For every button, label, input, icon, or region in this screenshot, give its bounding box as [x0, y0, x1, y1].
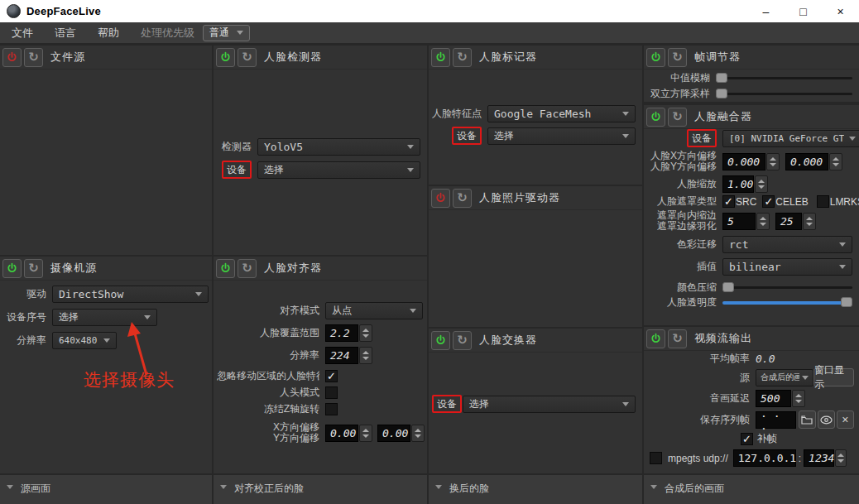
- device-index-select[interactable]: 选择: [52, 309, 157, 326]
- menu-help[interactable]: 帮助: [98, 26, 119, 41]
- face-y-offset-spinner[interactable]: 0.000: [785, 153, 842, 170]
- refresh-button[interactable]: [24, 259, 43, 278]
- power-button[interactable]: [2, 48, 22, 67]
- refresh-icon: [457, 333, 468, 348]
- folder-button[interactable]: [799, 410, 816, 429]
- device-value: [0] NVIDIA GeForce GT: [729, 133, 844, 144]
- save-sequence-path[interactable]: . . .: [756, 411, 796, 429]
- refresh-button[interactable]: [668, 329, 687, 348]
- process-priority-select[interactable]: 普通: [203, 25, 250, 41]
- resolution-select[interactable]: 640x480: [52, 332, 117, 349]
- spinner-arrows-icon[interactable]: [359, 347, 372, 364]
- spinner-arrows-icon[interactable]: [756, 213, 770, 230]
- spinner-arrows-icon[interactable]: [792, 390, 805, 407]
- align-mode-select[interactable]: 从点: [325, 302, 423, 319]
- interpolation-select[interactable]: bilinear: [722, 258, 852, 276]
- slider-handle[interactable]: [841, 297, 852, 307]
- power-button[interactable]: [431, 189, 450, 208]
- source-select[interactable]: 合成后的画面: [756, 369, 813, 386]
- spinner-arrows-icon[interactable]: [411, 425, 425, 442]
- align-mode-value: 从点: [332, 304, 405, 318]
- mask-feather-spinner[interactable]: 25: [775, 213, 816, 230]
- spinner-arrows-icon[interactable]: [766, 153, 780, 170]
- face-scale-spinner[interactable]: 1.00: [722, 175, 768, 193]
- x-offset-spinner[interactable]: 0.00: [325, 425, 372, 442]
- spinner-arrows-icon[interactable]: [755, 175, 768, 193]
- color-compression-slider[interactable]: [722, 281, 852, 294]
- mask-lmrks-checkbox[interactable]: [817, 195, 829, 208]
- av-delay-spinner[interactable]: 500: [756, 390, 805, 407]
- minimize-button[interactable]: –: [747, 0, 785, 22]
- udp-port-spinner[interactable]: 1234: [804, 449, 847, 467]
- udp-port-value: 1234: [804, 449, 834, 467]
- power-button[interactable]: [431, 331, 450, 350]
- close-button[interactable]: ×: [822, 0, 859, 22]
- slider-handle[interactable]: [716, 89, 727, 98]
- median-blur-slider[interactable]: [716, 71, 852, 84]
- viewer-aligned-face[interactable]: 对齐校正后的脸: [214, 475, 427, 504]
- refresh-button[interactable]: [238, 259, 257, 278]
- device-select[interactable]: [0] NVIDIA GeForce GT: [722, 130, 859, 147]
- power-button[interactable]: [646, 329, 665, 348]
- refresh-button[interactable]: [453, 189, 472, 208]
- slider-handle[interactable]: [716, 73, 727, 83]
- refresh-button[interactable]: [668, 108, 687, 127]
- menu-bar: 文件 语言 帮助 处理优先级 普通: [0, 22, 859, 43]
- interpolation-value: bilinear: [729, 261, 834, 273]
- refresh-icon: [28, 261, 39, 276]
- device-select[interactable]: 选择: [463, 396, 636, 413]
- refresh-button[interactable]: [668, 48, 687, 67]
- exclude-moving-checkbox[interactable]: [325, 370, 338, 382]
- preview-button[interactable]: [818, 410, 835, 429]
- window-display-button[interactable]: 窗口显示: [813, 368, 854, 386]
- head-mode-checkbox[interactable]: [325, 386, 338, 399]
- y-offset-spinner[interactable]: 0.00: [377, 425, 425, 442]
- viewer-source-frame[interactable]: 源画面: [0, 475, 212, 504]
- power-button[interactable]: [646, 48, 665, 67]
- slider-handle[interactable]: [722, 282, 734, 292]
- face-x-offset-spinner[interactable]: 0.000: [722, 153, 780, 170]
- refresh-button[interactable]: [453, 48, 472, 67]
- refresh-button[interactable]: [238, 48, 257, 67]
- menu-file[interactable]: 文件: [12, 26, 33, 41]
- aligner-resolution-spinner[interactable]: 224: [325, 347, 372, 364]
- spinner-arrows-icon[interactable]: [835, 449, 847, 467]
- spinner-arrows-icon[interactable]: [359, 425, 372, 442]
- driver-select[interactable]: DirectShow: [52, 286, 209, 303]
- power-button[interactable]: [216, 259, 235, 278]
- power-button[interactable]: [646, 108, 665, 127]
- freeze-z-checkbox[interactable]: [325, 403, 338, 415]
- viewer-merged-frame[interactable]: 合成后的画面: [644, 475, 859, 504]
- detector-select[interactable]: YoloV5: [257, 138, 420, 156]
- mask-src-checkbox[interactable]: [722, 195, 735, 208]
- power-button[interactable]: [431, 48, 450, 67]
- mask-erode-spinner[interactable]: 5: [722, 213, 770, 230]
- power-icon: [650, 333, 662, 345]
- viewer-swapped-face[interactable]: 换后的脸: [429, 475, 642, 504]
- device-select[interactable]: 选择: [257, 161, 420, 179]
- device-select[interactable]: 选择: [487, 127, 636, 145]
- power-icon: [434, 192, 447, 204]
- clear-button[interactable]: ×: [837, 410, 854, 429]
- menu-language[interactable]: 语言: [55, 26, 76, 41]
- coverage-spinner[interactable]: 2.2: [325, 324, 372, 342]
- spinner-arrows-icon[interactable]: [829, 153, 842, 170]
- udp-address-field[interactable]: 127.0.0.1: [733, 449, 796, 467]
- mpegts-checkbox[interactable]: [650, 452, 662, 464]
- refresh-button[interactable]: [453, 331, 472, 350]
- downsample-slider[interactable]: [716, 87, 852, 100]
- panel-title: 视频流输出: [694, 331, 752, 346]
- power-button[interactable]: [2, 259, 22, 278]
- spinner-arrows-icon[interactable]: [359, 324, 372, 342]
- power-button[interactable]: [216, 48, 235, 67]
- spinner-arrows-icon[interactable]: [803, 213, 816, 230]
- color-transfer-select[interactable]: rct: [722, 236, 852, 253]
- refresh-button[interactable]: [24, 48, 43, 67]
- face-opacity-slider[interactable]: [722, 295, 852, 309]
- eye-icon: [820, 415, 833, 425]
- landmarks-select[interactable]: Google FaceMesh: [487, 105, 636, 122]
- maximize-button[interactable]: □: [785, 0, 822, 22]
- fill-frame-checkbox[interactable]: [741, 433, 753, 445]
- mask-celeb-checkbox[interactable]: [762, 195, 775, 208]
- power-icon: [6, 51, 18, 64]
